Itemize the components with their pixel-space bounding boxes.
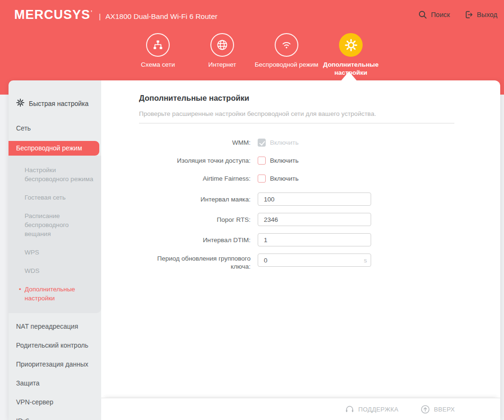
ap-isolation-checkbox[interactable] [258, 157, 266, 165]
field-label: Период обновления группового ключа: [139, 254, 251, 271]
beacon-interval-input[interactable] [258, 192, 371, 206]
top-nav: Схема сети Интернет Беспроводной режим [126, 33, 383, 77]
sidebar-item-nat-forwarding[interactable]: NAT переадресация [9, 317, 101, 336]
field-label: Интервал маяка: [139, 195, 251, 203]
page-subtitle: Проверьте расширенные настройки беспрово… [139, 110, 500, 117]
sidebar-item-label: Быстрая настройка [29, 100, 88, 107]
brand-area: MERCUSYS | AX1800 Dual-Band Wi-Fi 6 Rout… [14, 8, 217, 22]
search-icon [418, 10, 427, 19]
header-bar: MERCUSYS | AX1800 Dual-Band Wi-Fi 6 Rout… [0, 0, 504, 29]
tab-wireless[interactable]: Беспроводной режим [254, 33, 319, 77]
wireless-submenu: Настройки беспроводного режима Гостевая … [9, 156, 101, 313]
content-footer: ПОДДЕРЖКА ВВЕРХ [101, 398, 500, 420]
submenu-item-advanced-settings-active[interactable]: • Дополнительные настройки [9, 280, 101, 307]
content-area: Дополнительные настройки Проверьте расши… [101, 80, 500, 420]
submenu-item-wps[interactable]: WPS [9, 243, 101, 262]
quick-setup-gear-icon [16, 98, 25, 108]
submenu-item-wireless-settings[interactable]: Настройки беспроводного режима [9, 161, 101, 188]
back-to-top-label: ВВЕРХ [434, 406, 455, 413]
sidebar-item-quick-setup[interactable]: Быстрая настройка [9, 98, 101, 108]
back-to-top-button[interactable]: ВВЕРХ [420, 404, 455, 414]
logout-label: Выход [477, 11, 497, 18]
search-label: Поиск [431, 11, 450, 18]
headset-icon [345, 404, 355, 414]
tab-label: Схема сети [126, 61, 190, 69]
field-label: Интервал DTIM: [139, 236, 251, 244]
active-tab-pointer [341, 71, 357, 81]
submenu-item-wireless-schedule[interactable]: Расписание беспроводного вещания [9, 207, 101, 243]
field-label: Airtime Fairness: [139, 175, 251, 183]
airtime-fairness-checkbox[interactable] [258, 175, 266, 183]
ap-isolation-row: Изоляция точки доступа: Включить [139, 157, 500, 165]
wireless-icon [275, 33, 298, 57]
network-map-icon [146, 33, 170, 57]
active-bullet: • [19, 285, 21, 294]
rts-threshold-row: Порог RTS: [139, 213, 500, 226]
dtim-interval-input[interactable] [258, 233, 371, 246]
group-key-period-row: Период обновления группового ключа: s [139, 254, 500, 271]
field-label: WMM: [139, 139, 251, 147]
header-actions: Поиск Выход [418, 0, 497, 29]
brand-logo: MERCUSYS [14, 8, 92, 22]
beacon-interval-row: Интервал маяка: [139, 192, 500, 206]
sidebar-item-vpn-server[interactable]: VPN-сервер [9, 393, 101, 411]
support-button[interactable]: ПОДДЕРЖКА [345, 404, 399, 414]
logout-button[interactable]: Выход [464, 10, 497, 19]
sidebar-item-network[interactable]: Сеть [9, 119, 101, 138]
internet-globe-icon [210, 33, 234, 57]
tab-label: Интернет [190, 61, 254, 69]
submenu-item-wds[interactable]: WDS [9, 262, 101, 280]
main-panel: Быстрая настройка Сеть Беспроводной режи… [9, 80, 500, 420]
checkbox-label: Включить [270, 175, 299, 182]
advanced-settings-form: WMM: Включить Изоляция точки доступа: Вк… [101, 139, 500, 271]
field-label: Изоляция точки доступа: [139, 157, 251, 165]
sidebar-item-qos[interactable]: Приоритезация данных [9, 355, 101, 374]
wmm-row: WMM: Включить [139, 139, 500, 147]
tab-advanced[interactable]: Дополнительные настройки [319, 33, 383, 77]
sidebar-item-security[interactable]: Защита [9, 374, 101, 393]
sidebar-item-wireless-active[interactable]: Беспроводной режим [9, 141, 99, 156]
gear-icon [339, 33, 363, 57]
logout-icon [464, 10, 474, 19]
dtim-interval-row: Интервал DTIM: [139, 233, 500, 246]
tab-network-map[interactable]: Схема сети [126, 33, 190, 77]
submenu-item-label: Дополнительные настройки [25, 286, 75, 302]
support-label: ПОДДЕРЖКА [358, 406, 399, 413]
rts-threshold-input[interactable] [258, 213, 371, 226]
submenu-item-guest-network[interactable]: Гостевая сеть [9, 188, 101, 207]
sidebar-item-parental-controls[interactable]: Родительский контроль [9, 336, 101, 355]
router-model-title: AX1800 Dual-Band Wi-Fi 6 Router [105, 12, 217, 21]
tab-internet[interactable]: Интернет [190, 33, 254, 77]
model-separator: | [99, 12, 101, 20]
sidebar-item-ipv6[interactable]: IPv6 [9, 411, 101, 420]
wmm-checkbox[interactable] [258, 139, 266, 147]
arrow-up-circle-icon [420, 404, 430, 414]
title-divider [139, 123, 454, 123]
field-label: Порог RTS: [139, 216, 251, 224]
tab-label: Беспроводной режим [254, 61, 319, 69]
group-key-period-input[interactable] [258, 254, 371, 267]
page-title: Дополнительные настройки [139, 94, 500, 103]
sidebar: Быстрая настройка Сеть Беспроводной режи… [9, 80, 101, 420]
checkbox-label: Включить [270, 139, 299, 146]
checkbox-label: Включить [270, 157, 299, 164]
airtime-fairness-row: Airtime Fairness: Включить [139, 175, 500, 183]
search-button[interactable]: Поиск [418, 10, 450, 19]
